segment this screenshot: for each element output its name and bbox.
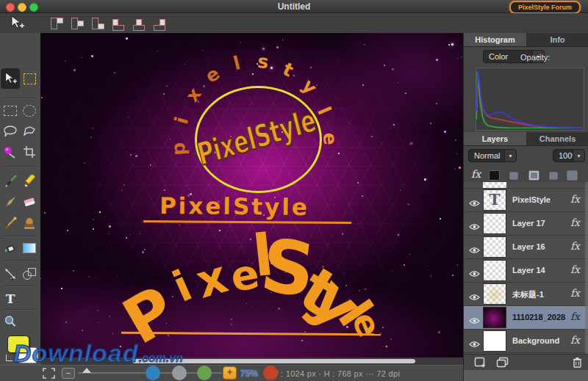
rect-marquee-tool[interactable] bbox=[1, 102, 19, 120]
zoom-tool[interactable] bbox=[1, 313, 19, 330]
smudge-tool[interactable] bbox=[1, 193, 19, 211]
layer-thumbnail[interactable] bbox=[483, 307, 506, 328]
layer-fx-button[interactable]: fx bbox=[570, 287, 580, 299]
arc-letter: p bbox=[168, 142, 190, 156]
position-select-tool[interactable] bbox=[21, 70, 38, 87]
opacity-select[interactable]: 100% ▼ bbox=[553, 149, 585, 162]
star-dot bbox=[262, 48, 265, 50]
layer-visibility-eye-icon[interactable] bbox=[469, 197, 480, 210]
lasso-tool[interactable] bbox=[1, 123, 19, 140]
blend-mode-select[interactable]: Normal ▼ bbox=[468, 149, 517, 162]
star-dot bbox=[97, 310, 98, 311]
layer-list-scrollbar[interactable] bbox=[585, 182, 588, 354]
star-dot bbox=[400, 190, 401, 191]
delete-layer-button[interactable] bbox=[573, 357, 582, 371]
layer-row-3[interactable]: Layer 14fx bbox=[464, 259, 588, 283]
duplicate-layer-button[interactable] bbox=[496, 357, 509, 371]
histogram-chart bbox=[476, 68, 584, 131]
layer-thumbnail[interactable] bbox=[483, 213, 506, 234]
layer-row-0[interactable]: PixelStylefx bbox=[464, 189, 588, 212]
paintbrush-tool[interactable] bbox=[1, 173, 19, 190]
document-canvas[interactable]: PixelStyle pixelstyle PixelStyle PixelSt… bbox=[40, 33, 463, 358]
forum-button[interactable]: PixelStyle Forum bbox=[509, 1, 581, 14]
star-dot bbox=[61, 288, 62, 289]
star-dot bbox=[166, 85, 168, 87]
layer-row-4[interactable]: 未标题-1fx bbox=[464, 283, 588, 306]
pointer-plus-icon[interactable] bbox=[9, 15, 26, 30]
tab-layers[interactable]: Layers bbox=[464, 132, 526, 145]
layer-thumbnail[interactable] bbox=[483, 260, 506, 281]
layer-thumbnail[interactable] bbox=[483, 189, 506, 211]
star-dot bbox=[393, 124, 395, 126]
layer-visibility-eye-icon[interactable] bbox=[469, 314, 480, 327]
star-dot bbox=[451, 43, 453, 46]
fullscreen-icon[interactable] bbox=[43, 368, 55, 381]
star-dot bbox=[117, 276, 118, 277]
magic-wand-tool[interactable] bbox=[1, 143, 19, 161]
star-dot bbox=[114, 72, 115, 73]
star-dot bbox=[142, 251, 144, 253]
star-dot bbox=[362, 84, 364, 86]
layer-thumbnail[interactable] bbox=[483, 283, 506, 305]
star-dot bbox=[88, 276, 90, 277]
layer-visibility-eye-icon[interactable] bbox=[469, 244, 480, 257]
align-right-icon[interactable] bbox=[152, 16, 167, 31]
zoom-slider-thumb[interactable] bbox=[82, 368, 91, 373]
zoom-out-button[interactable]: – bbox=[62, 368, 75, 379]
fx-style-button-5[interactable] bbox=[567, 170, 578, 181]
zoom-in-button[interactable]: + bbox=[223, 366, 237, 380]
watermark-text: Download bbox=[13, 339, 138, 367]
star-dot bbox=[364, 44, 365, 46]
star-dot bbox=[170, 139, 171, 139]
tab-channels[interactable]: Channels bbox=[526, 132, 588, 145]
layer-thumbnail[interactable] bbox=[483, 236, 506, 258]
layer-fx-button[interactable]: fx bbox=[570, 311, 580, 322]
star-dot bbox=[276, 46, 279, 48]
polygon-lasso-tool[interactable] bbox=[21, 123, 38, 140]
paint-bucket-tool[interactable] bbox=[1, 239, 19, 257]
fx-style-button-1[interactable] bbox=[489, 170, 500, 181]
crop-tool[interactable] bbox=[21, 143, 38, 161]
layer-visibility-eye-icon[interactable] bbox=[469, 267, 480, 280]
layer-row-6[interactable]: Backgroundfx bbox=[464, 330, 588, 353]
clone-stamp-tool[interactable] bbox=[21, 214, 38, 232]
chevron-down-icon: ▼ bbox=[504, 150, 516, 162]
layer-visibility-eye-icon[interactable] bbox=[469, 291, 480, 304]
layer-fx-button[interactable]: fx bbox=[570, 264, 580, 275]
new-layer-button[interactable] bbox=[474, 357, 486, 371]
fx-style-button-4[interactable] bbox=[549, 172, 558, 180]
eraser-tool[interactable] bbox=[21, 193, 38, 211]
align-left-icon[interactable] bbox=[111, 16, 126, 31]
align-bottom-icon[interactable] bbox=[90, 16, 104, 31]
layer-fx-button[interactable]: fx bbox=[570, 217, 580, 228]
layer-thumbnail[interactable] bbox=[483, 330, 506, 352]
tab-info[interactable]: Info bbox=[526, 33, 588, 46]
layer-row-2[interactable]: Layer 16fx bbox=[464, 236, 588, 259]
align-top-icon[interactable] bbox=[49, 16, 63, 31]
swap-colors-icon[interactable] bbox=[6, 355, 12, 361]
tab-histogram[interactable]: Histogram bbox=[464, 33, 526, 46]
eyedropper-tool[interactable] bbox=[1, 214, 19, 232]
align-middle-icon[interactable] bbox=[69, 16, 84, 31]
pencil-tool[interactable] bbox=[21, 173, 38, 190]
layer-fx-button[interactable]: fx bbox=[570, 193, 580, 205]
gradient-tool[interactable] bbox=[21, 239, 38, 257]
align-center-icon[interactable] bbox=[132, 16, 146, 31]
layer-row-5[interactable]: 1110218_2028fx bbox=[464, 306, 588, 330]
star-dot bbox=[424, 178, 426, 181]
transform-tool[interactable] bbox=[1, 265, 19, 283]
layer-row-1[interactable]: Layer 17fx bbox=[464, 212, 588, 236]
star-dot bbox=[457, 264, 458, 265]
layer-visibility-eye-icon[interactable] bbox=[469, 338, 480, 351]
star-dot bbox=[444, 131, 446, 133]
ellipse-marquee-tool[interactable] bbox=[21, 102, 38, 120]
fx-style-button-2[interactable] bbox=[509, 172, 518, 180]
layer-fx-button[interactable]: fx bbox=[570, 240, 580, 252]
pointer-plus-tool[interactable] bbox=[1, 70, 19, 87]
shapes-tool[interactable] bbox=[21, 265, 38, 283]
text-tool[interactable]: T bbox=[1, 290, 19, 308]
star-dot bbox=[129, 234, 130, 235]
fx-style-button-3[interactable] bbox=[528, 170, 539, 181]
layer-visibility-eye-icon[interactable] bbox=[469, 220, 480, 233]
layer-fx-button[interactable]: fx bbox=[570, 334, 580, 346]
